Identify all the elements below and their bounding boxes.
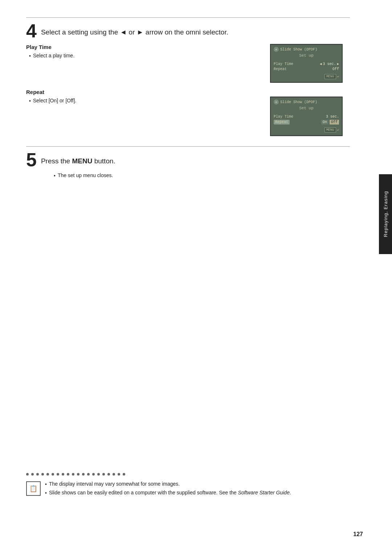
lcd2-row1-value: 3 sec. — [326, 115, 339, 119]
dot-10 — [72, 473, 74, 476]
step4-content: Play Time • Select a play time. Repeat •… — [26, 44, 350, 136]
dot-16 — [102, 473, 105, 476]
note-icon: 📋 — [26, 481, 41, 496]
play-time-heading: Play Time — [26, 44, 263, 50]
play-time-bullet: • Select a play time. — [29, 52, 263, 60]
note-text-1: The display interval may vary somewhat f… — [49, 481, 180, 488]
main-content: 4 Select a setting using the ◄ or ► arro… — [0, 0, 379, 194]
repeat-heading: Repeat — [26, 89, 263, 95]
lcd1-icon: ⊕ — [274, 47, 279, 52]
dot-5 — [46, 473, 49, 476]
note-bullet-2: • Slide shows can be easily edited on a … — [45, 489, 291, 497]
step4-section: 4 Select a setting using the ◄ or ► arro… — [26, 17, 350, 136]
note-text-2a: Slide shows can be easily edited on a co… — [49, 490, 238, 495]
dot-19 — [118, 473, 120, 476]
step5-bullet: • The set up menu closes. — [54, 172, 350, 180]
lcd1-row1-value: ◄ 3 sec. ► — [320, 62, 339, 66]
section-divider — [26, 146, 350, 147]
lcd2-row2: Repeat On Off — [274, 120, 339, 125]
note-text-content: • The display interval may vary somewhat… — [45, 481, 291, 497]
step5-bullet-text: The set up menu closes. — [58, 172, 113, 179]
lcd2-icon: ⊕ — [274, 99, 279, 105]
step4-title: Select a setting using the ◄ or ► arrow … — [41, 24, 228, 37]
lcd1-menu-arrow: ↩ — [337, 75, 339, 79]
lcd1-menubar: MENU ↩ — [274, 74, 339, 79]
step5-number: 5 — [26, 150, 37, 169]
dot-18 — [113, 473, 115, 476]
dot-11 — [77, 473, 79, 476]
lcd1-arrow-right: ► — [337, 62, 339, 66]
dot-15 — [97, 473, 100, 476]
step4-left: Play Time • Select a play time. Repeat •… — [26, 44, 270, 136]
dots-row — [26, 473, 352, 476]
step4-header: 4 Select a setting using the ◄ or ► arro… — [26, 24, 350, 40]
step5-title-pre: Press the — [41, 157, 72, 165]
note-bullet-dot-1: • — [45, 481, 47, 488]
page-number: 127 — [353, 531, 363, 538]
note-bullet-dot-2: • — [45, 490, 47, 497]
page: Replaying, Erasing 4 Select a setting us… — [0, 0, 392, 555]
lcd2-row2-value: On Off — [321, 120, 339, 125]
dot-6 — [52, 473, 54, 476]
lcd2-subtitle: Set up — [274, 106, 339, 110]
lcd1-subtitle: Set up — [274, 53, 339, 58]
repeat-section: Repeat • Select [On] or [Off]. — [26, 89, 263, 105]
dot-2 — [31, 473, 34, 476]
lcd2-row1-label: Play Time — [274, 115, 293, 119]
side-tab: Replaying, Erasing — [379, 174, 392, 254]
lcd2-title: Slide Show (DPOF) — [280, 100, 317, 104]
bullet-dot-5: • — [54, 172, 56, 180]
dot-14 — [92, 473, 95, 476]
dot-4 — [41, 473, 44, 476]
lcd1-menu-label: MENU — [324, 74, 336, 79]
step5-title-bold: MENU — [72, 157, 92, 165]
lcd2-menu-label: MENU — [324, 127, 336, 132]
repeat-bullet: • Select [On] or [Off]. — [29, 97, 263, 105]
note-suffix: . — [290, 490, 291, 495]
lcd1-arrow-left: ◄ — [320, 62, 322, 66]
lcd2-menubar: MENU ↩ — [274, 127, 339, 132]
dot-20 — [123, 473, 125, 476]
note-icon-symbol: 📋 — [29, 485, 37, 493]
dot-13 — [87, 473, 90, 476]
step5-section: 5 Press the MENU button. • The set up me… — [26, 153, 350, 180]
play-time-text: Select a play time. — [33, 52, 74, 60]
note-text-2: Slide shows can be easily edited on a co… — [49, 489, 291, 497]
arrow-right: ► — [137, 28, 144, 36]
dot-7 — [57, 473, 59, 476]
step4-connector: or — [127, 28, 136, 36]
lcd1-value-text: 3 sec. — [323, 62, 336, 66]
dot-8 — [62, 473, 64, 476]
repeat-text: Select [On] or [Off]. — [33, 97, 77, 105]
lcd2-row2-label: Repeat — [274, 120, 290, 125]
lcd1-row2-label: Repeat — [274, 67, 287, 71]
lcd1-row1: Play Time ◄ 3 sec. ► — [274, 62, 339, 66]
arrow-left: ◄ — [120, 28, 127, 36]
dot-3 — [36, 473, 39, 476]
lcd1-titlebar: ⊕ Slide Show (DPOF) — [274, 47, 339, 52]
play-time-section: Play Time • Select a play time. — [26, 44, 263, 60]
bullet-dot-2: • — [29, 98, 31, 105]
note-box: 📋 • The display interval may vary somewh… — [26, 481, 352, 497]
lcd2-row1: Play Time 3 sec. — [274, 115, 339, 119]
lcd1-row1-label: Play Time — [274, 62, 293, 66]
bullet-dot: • — [29, 53, 31, 60]
lcd1-title: Slide Show (DPOF) — [280, 48, 317, 52]
dot-9 — [67, 473, 69, 476]
note-italic: Software Starter Guide — [238, 490, 290, 495]
lcd-screen-playtime: ⊕ Slide Show (DPOF) Set up Play Time ◄ 3… — [270, 44, 343, 83]
step4-number: 4 — [26, 21, 37, 40]
step4-title-pre: Select a setting using the — [41, 28, 120, 36]
step5-title: Press the MENU button. — [41, 153, 115, 166]
dot-12 — [82, 473, 85, 476]
lcd2-titlebar: ⊕ Slide Show (DPOF) — [274, 99, 339, 105]
lcd2-menu-arrow: ↩ — [337, 128, 339, 132]
dot-1 — [26, 473, 29, 476]
note-bullet-1: • The display interval may vary somewhat… — [45, 481, 291, 488]
step4-title-post: arrow on the omni selector. — [144, 28, 228, 36]
side-tab-label: Replaying, Erasing — [383, 191, 388, 237]
dot-17 — [107, 473, 110, 476]
notes-section: 📋 • The display interval may vary somewh… — [26, 473, 352, 497]
lcd2-off: Off — [330, 120, 339, 125]
lcd1-row2: Repeat Off — [274, 67, 339, 71]
